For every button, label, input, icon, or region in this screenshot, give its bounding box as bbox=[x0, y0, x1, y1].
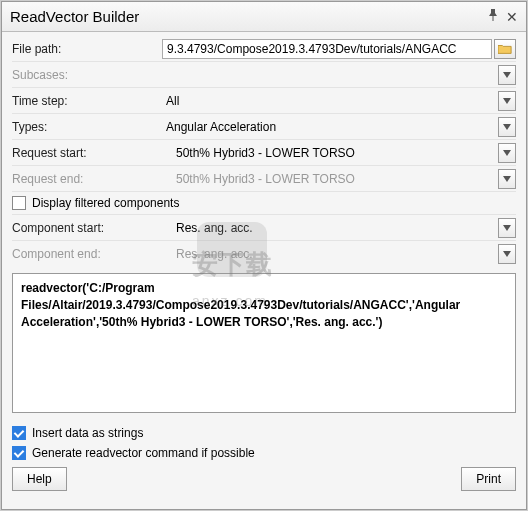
folder-icon bbox=[498, 43, 512, 55]
display-filtered-row[interactable]: Display filtered components bbox=[12, 192, 516, 215]
subcases-dropdown-arrow[interactable] bbox=[498, 65, 516, 85]
window-title: ReadVector Builder bbox=[10, 8, 139, 25]
help-button[interactable]: Help bbox=[12, 467, 67, 491]
chevron-down-icon bbox=[503, 225, 511, 231]
component-start-label: Component start: bbox=[12, 217, 172, 239]
close-icon[interactable]: ✕ bbox=[506, 9, 518, 25]
bottom-options: Insert data as strings Generate readvect… bbox=[12, 423, 516, 463]
subcases-value bbox=[162, 73, 498, 77]
component-end-label: Component end: bbox=[12, 243, 172, 265]
component-start-value: Res. ang. acc. bbox=[172, 219, 498, 237]
component-end-value: Res. ang. acc. bbox=[172, 245, 498, 263]
file-path-input[interactable] bbox=[162, 39, 492, 59]
file-path-label: File path: bbox=[12, 38, 162, 60]
subcases-label: Subcases: bbox=[12, 64, 162, 86]
request-end-row: Request end: 50th% Hybrid3 - LOWER TORSO bbox=[12, 166, 516, 192]
time-step-dropdown-arrow[interactable] bbox=[498, 91, 516, 111]
file-path-row: File path: bbox=[12, 36, 516, 62]
chevron-down-icon bbox=[503, 72, 511, 78]
generate-cmd-row[interactable]: Generate readvector command if possible bbox=[12, 443, 516, 463]
component-start-dropdown-arrow[interactable] bbox=[498, 218, 516, 238]
component-end-dropdown-arrow[interactable] bbox=[498, 244, 516, 264]
chevron-down-icon bbox=[503, 176, 511, 182]
print-button[interactable]: Print bbox=[461, 467, 516, 491]
time-step-label: Time step: bbox=[12, 90, 162, 112]
display-filtered-label: Display filtered components bbox=[32, 196, 179, 210]
insert-data-label: Insert data as strings bbox=[32, 426, 143, 440]
types-value: Angular Acceleration bbox=[162, 118, 498, 136]
request-end-dropdown-arrow[interactable] bbox=[498, 169, 516, 189]
time-step-row: Time step: All bbox=[12, 88, 516, 114]
types-row: Types: Angular Acceleration bbox=[12, 114, 516, 140]
chevron-down-icon bbox=[503, 251, 511, 257]
readvector-builder-window: ReadVector Builder ✕ File path: Subcases… bbox=[1, 1, 527, 510]
types-dropdown-arrow[interactable] bbox=[498, 117, 516, 137]
display-filtered-checkbox[interactable] bbox=[12, 196, 26, 210]
subcases-row: Subcases: bbox=[12, 62, 516, 88]
chevron-down-icon bbox=[503, 150, 511, 156]
request-start-dropdown-arrow[interactable] bbox=[498, 143, 516, 163]
generate-cmd-checkbox[interactable] bbox=[12, 446, 26, 460]
component-start-row: Component start: Res. ang. acc. bbox=[12, 215, 516, 241]
types-label: Types: bbox=[12, 116, 162, 138]
insert-data-row[interactable]: Insert data as strings bbox=[12, 423, 516, 443]
request-start-row: Request start: 50th% Hybrid3 - LOWER TOR… bbox=[12, 140, 516, 166]
request-end-label: Request end: bbox=[12, 168, 172, 190]
pin-icon[interactable] bbox=[488, 9, 498, 24]
component-end-row: Component end: Res. ang. acc. bbox=[12, 241, 516, 267]
insert-data-checkbox[interactable] bbox=[12, 426, 26, 440]
request-end-value: 50th% Hybrid3 - LOWER TORSO bbox=[172, 170, 498, 188]
browse-button[interactable] bbox=[494, 39, 516, 59]
generate-cmd-label: Generate readvector command if possible bbox=[32, 446, 255, 460]
chevron-down-icon bbox=[503, 124, 511, 130]
request-start-value: 50th% Hybrid3 - LOWER TORSO bbox=[172, 144, 498, 162]
form-area: File path: Subcases: Time step: All bbox=[2, 32, 526, 499]
request-start-label: Request start: bbox=[12, 142, 172, 164]
chevron-down-icon bbox=[503, 98, 511, 104]
titlebar: ReadVector Builder ✕ bbox=[2, 2, 526, 32]
time-step-value: All bbox=[162, 92, 498, 110]
output-textarea[interactable]: readvector('C:/Program Files/Altair/2019… bbox=[12, 273, 516, 413]
button-row: Help Print bbox=[12, 467, 516, 491]
